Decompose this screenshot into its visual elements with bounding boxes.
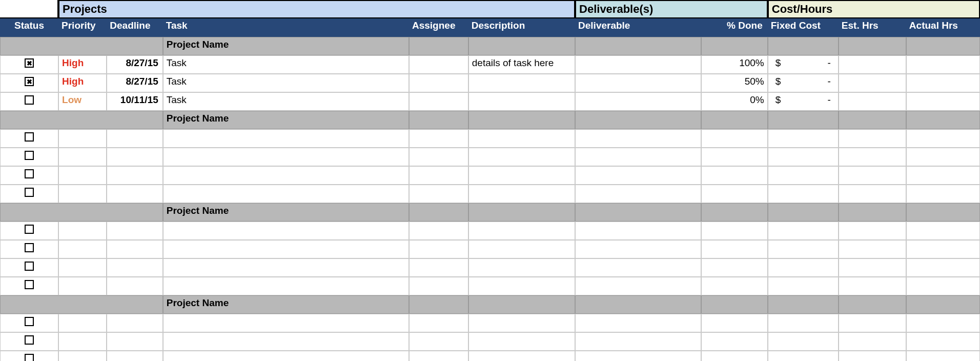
priority-cell[interactable] — [58, 277, 107, 295]
status-checkbox-icon[interactable] — [25, 354, 34, 361]
assignee-cell[interactable] — [409, 92, 468, 111]
priority-cell[interactable] — [58, 314, 107, 332]
deadline-cell[interactable] — [107, 129, 162, 148]
assignee-cell[interactable] — [409, 166, 468, 185]
fixed-cost-cell[interactable] — [768, 185, 839, 203]
task-cell[interactable] — [163, 240, 409, 258]
priority-cell[interactable] — [58, 166, 107, 185]
fixed-cost-cell[interactable] — [768, 277, 839, 295]
fixed-cost-cell[interactable]: $- — [768, 74, 839, 92]
deliverable-cell[interactable] — [575, 92, 701, 111]
deliverable-cell[interactable] — [575, 332, 701, 351]
status-checkbox-icon[interactable] — [25, 132, 34, 142]
status-cell[interactable] — [0, 240, 58, 258]
actual-hrs-cell[interactable] — [906, 129, 980, 148]
priority-cell[interactable] — [58, 351, 107, 361]
group-name-cell[interactable]: Project Name — [163, 203, 409, 222]
task-cell[interactable] — [163, 166, 409, 185]
actual-hrs-cell[interactable] — [906, 185, 980, 203]
priority-cell[interactable] — [58, 148, 107, 166]
task-cell[interactable] — [163, 185, 409, 203]
status-cell[interactable] — [0, 314, 58, 332]
actual-hrs-cell[interactable] — [906, 74, 980, 92]
group-name-cell[interactable]: Project Name — [163, 111, 409, 129]
actual-hrs-cell[interactable] — [906, 55, 980, 74]
assignee-cell[interactable] — [409, 148, 468, 166]
status-checkbox-icon[interactable] — [25, 77, 34, 86]
deadline-cell[interactable] — [107, 185, 162, 203]
status-checkbox-icon[interactable] — [25, 317, 34, 326]
deadline-cell[interactable] — [107, 351, 162, 361]
group-name-cell[interactable]: Project Name — [163, 37, 409, 55]
fixed-cost-cell[interactable] — [768, 332, 839, 351]
actual-hrs-cell[interactable] — [906, 332, 980, 351]
priority-cell[interactable] — [58, 240, 107, 258]
task-cell[interactable] — [163, 258, 409, 277]
est-hrs-cell[interactable] — [839, 314, 906, 332]
est-hrs-cell[interactable] — [839, 222, 906, 240]
description-cell[interactable] — [468, 351, 575, 361]
actual-hrs-cell[interactable] — [906, 148, 980, 166]
priority-cell[interactable] — [58, 185, 107, 203]
task-cell[interactable] — [163, 129, 409, 148]
deliverable-cell[interactable] — [575, 55, 701, 74]
status-cell[interactable] — [0, 258, 58, 277]
pct-done-cell[interactable] — [701, 351, 768, 361]
status-checkbox-icon[interactable] — [25, 225, 34, 234]
description-cell[interactable] — [468, 129, 575, 148]
pct-done-cell[interactable] — [701, 148, 768, 166]
fixed-cost-cell[interactable] — [768, 240, 839, 258]
deadline-cell[interactable] — [107, 258, 162, 277]
status-checkbox-icon[interactable] — [25, 280, 34, 289]
actual-hrs-cell[interactable] — [906, 277, 980, 295]
description-cell[interactable] — [468, 240, 575, 258]
status-cell[interactable] — [0, 185, 58, 203]
deadline-cell[interactable]: 10/11/15 — [107, 92, 162, 111]
deliverable-cell[interactable] — [575, 129, 701, 148]
task-cell[interactable] — [163, 351, 409, 361]
status-checkbox-icon[interactable] — [25, 58, 34, 68]
fixed-cost-cell[interactable] — [768, 314, 839, 332]
deadline-cell[interactable]: 8/27/15 — [107, 55, 162, 74]
actual-hrs-cell[interactable] — [906, 166, 980, 185]
task-cell[interactable] — [163, 222, 409, 240]
deadline-cell[interactable] — [107, 240, 162, 258]
deliverable-cell[interactable] — [575, 314, 701, 332]
est-hrs-cell[interactable] — [839, 332, 906, 351]
status-cell[interactable] — [0, 92, 58, 111]
assignee-cell[interactable] — [409, 258, 468, 277]
status-checkbox-icon[interactable] — [25, 95, 34, 105]
priority-cell[interactable]: Low — [58, 92, 107, 111]
priority-cell[interactable] — [58, 258, 107, 277]
description-cell[interactable] — [468, 166, 575, 185]
status-cell[interactable] — [0, 222, 58, 240]
assignee-cell[interactable] — [409, 314, 468, 332]
fixed-cost-cell[interactable] — [768, 258, 839, 277]
assignee-cell[interactable] — [409, 222, 468, 240]
est-hrs-cell[interactable] — [839, 55, 906, 74]
status-cell[interactable] — [0, 55, 58, 74]
task-cell[interactable] — [163, 277, 409, 295]
status-cell[interactable] — [0, 166, 58, 185]
deadline-cell[interactable] — [107, 332, 162, 351]
pct-done-cell[interactable] — [701, 222, 768, 240]
description-cell[interactable] — [468, 332, 575, 351]
deliverable-cell[interactable] — [575, 74, 701, 92]
actual-hrs-cell[interactable] — [906, 351, 980, 361]
est-hrs-cell[interactable] — [839, 351, 906, 361]
pct-done-cell[interactable]: 0% — [701, 92, 768, 111]
est-hrs-cell[interactable] — [839, 74, 906, 92]
deadline-cell[interactable] — [107, 277, 162, 295]
status-cell[interactable] — [0, 129, 58, 148]
group-name-cell[interactable]: Project Name — [163, 295, 409, 314]
assignee-cell[interactable] — [409, 185, 468, 203]
deadline-cell[interactable] — [107, 314, 162, 332]
fixed-cost-cell[interactable] — [768, 166, 839, 185]
assignee-cell[interactable] — [409, 277, 468, 295]
description-cell[interactable] — [468, 92, 575, 111]
description-cell[interactable]: details of task here — [468, 55, 575, 74]
task-cell[interactable]: Task — [163, 55, 409, 74]
fixed-cost-cell[interactable] — [768, 129, 839, 148]
priority-cell[interactable] — [58, 332, 107, 351]
deadline-cell[interactable] — [107, 166, 162, 185]
